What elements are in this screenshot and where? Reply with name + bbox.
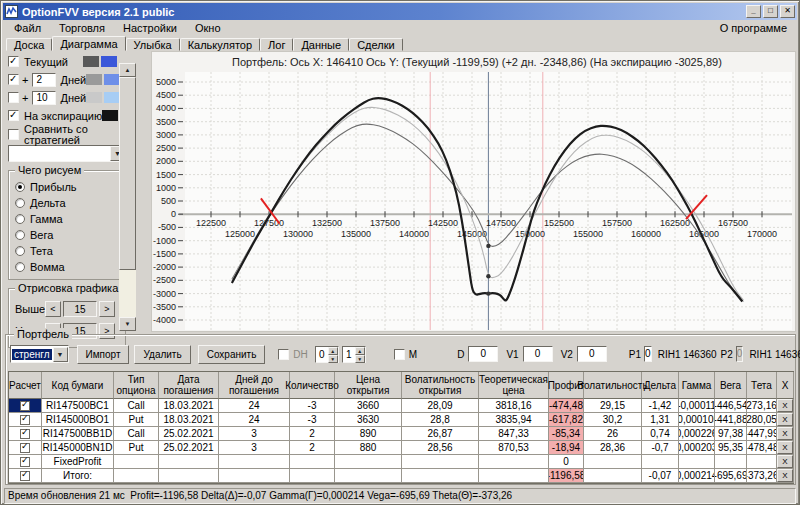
field-V1[interactable]: 0: [523, 346, 553, 362]
dh-spinner-1[interactable]: 0 ▲▼: [315, 346, 339, 363]
menu-item-0[interactable]: Файл: [5, 21, 50, 35]
minimize-button[interactable]: _: [746, 5, 761, 18]
row-calc-checkbox[interactable]: [20, 471, 30, 481]
cell-vol: 26: [584, 427, 642, 441]
dh-spinner-2[interactable]: 1 ▲▼: [342, 346, 366, 363]
delete-row-button[interactable]: X: [777, 427, 793, 440]
tab-0[interactable]: Доска: [6, 38, 52, 51]
color-swatch[interactable]: [86, 92, 102, 103]
column-header-14[interactable]: Тета: [747, 372, 777, 399]
scrollbar-thumb[interactable]: [119, 77, 136, 270]
delete-button[interactable]: Удалить: [134, 345, 190, 364]
spinner-arrows-icon[interactable]: ▲▼: [328, 347, 338, 362]
m-checkbox[interactable]: [394, 349, 405, 360]
radio-icon[interactable]: [15, 214, 25, 224]
days-input-1[interactable]: [32, 73, 56, 87]
profit-chart[interactable]: 5000450040003500300025002000150010005000…: [152, 52, 797, 333]
tab-1[interactable]: Диаграмма: [52, 36, 125, 51]
field-D[interactable]: 0: [468, 346, 498, 362]
tab-2[interactable]: Улыбка: [126, 38, 180, 51]
curve-checkbox-2[interactable]: [8, 92, 19, 103]
radio-icon[interactable]: [15, 198, 25, 208]
color-swatch[interactable]: [104, 92, 120, 103]
spinner-arrows-icon[interactable]: ▲▼: [355, 347, 365, 362]
column-header-4[interactable]: Дней до погашения: [219, 372, 290, 399]
column-header-0[interactable]: Расчет: [9, 372, 42, 399]
column-header-2[interactable]: Тип опциона: [114, 372, 159, 399]
column-header-13[interactable]: Вега: [715, 372, 747, 399]
strategy-dropdown[interactable]: стренгл ▼: [10, 345, 69, 363]
curve-row-2: +Дней: [8, 90, 117, 105]
save-button[interactable]: Сохранить: [198, 345, 266, 364]
delete-row-button[interactable]: X: [777, 413, 793, 426]
row-calc-checkbox[interactable]: [20, 401, 30, 411]
menu-item-about[interactable]: О программе: [712, 21, 795, 35]
curve-checkbox-1[interactable]: [8, 74, 19, 85]
radio-icon[interactable]: [15, 230, 25, 240]
tab-4[interactable]: Лог: [260, 38, 293, 51]
color-swatch[interactable]: [86, 74, 102, 85]
radio-icon[interactable]: [15, 246, 25, 256]
p1-field[interactable]: 0: [644, 346, 652, 362]
cell-days: 3: [219, 441, 290, 455]
column-header-3[interactable]: Дата погашения: [159, 372, 219, 399]
row-calc-checkbox[interactable]: [20, 443, 30, 453]
column-header-8[interactable]: Теоретическая цена: [479, 372, 549, 399]
column-header-10[interactable]: Волатильность: [584, 372, 642, 399]
range-above-increase-button[interactable]: >: [99, 301, 115, 317]
cell-calc[interactable]: [9, 469, 42, 483]
column-header-15[interactable]: X: [777, 372, 794, 399]
color-swatch[interactable]: [83, 56, 99, 67]
row-calc-checkbox[interactable]: [20, 457, 30, 467]
delete-row-button[interactable]: X: [777, 469, 793, 482]
strategy-compare-dropdown[interactable]: ▼: [8, 145, 126, 162]
tab-5[interactable]: Данные: [293, 38, 349, 51]
column-header-7[interactable]: Волатильность открытия: [402, 372, 479, 399]
column-header-5[interactable]: Количество: [290, 372, 335, 399]
scroll-down-icon[interactable]: ▼: [119, 317, 136, 331]
column-header-12[interactable]: Гамма: [679, 372, 715, 399]
column-header-1[interactable]: Код бумаги: [42, 372, 114, 399]
range-above-decrease-button[interactable]: <: [45, 301, 61, 317]
cell-calc[interactable]: [9, 455, 42, 469]
cell-calc[interactable]: [9, 399, 42, 413]
menu-item-2[interactable]: Настройки: [114, 21, 186, 35]
menu-item-1[interactable]: Торговля: [50, 21, 114, 35]
column-header-11[interactable]: Дельта: [642, 372, 679, 399]
radio-icon[interactable]: [15, 182, 25, 192]
maximize-button[interactable]: □: [763, 5, 778, 18]
row-calc-checkbox[interactable]: [20, 415, 30, 425]
dh-checkbox[interactable]: [278, 349, 289, 360]
radio-icon[interactable]: [15, 262, 25, 272]
color-swatch[interactable]: [104, 74, 120, 85]
delete-row-button[interactable]: X: [777, 455, 793, 468]
scroll-up-icon[interactable]: ▲: [119, 63, 136, 77]
chevron-down-icon[interactable]: ▼: [53, 347, 68, 362]
delete-row-button[interactable]: X: [777, 399, 793, 412]
field-V2[interactable]: 0: [577, 346, 607, 362]
tab-3[interactable]: Калькулятор: [180, 38, 260, 51]
column-header-6[interactable]: Цена открытия: [335, 372, 402, 399]
tab-6[interactable]: Сделки: [349, 38, 403, 51]
cell-delete: X: [777, 427, 794, 441]
left-panel-scrollbar[interactable]: ▲ ▼: [119, 63, 136, 331]
table-row: RI147500BB1DCall25.02.20213289026,87847,…: [9, 427, 793, 441]
table-row: RI145000BN1DPut25.02.20213288028,56870,5…: [9, 441, 793, 455]
color-swatch[interactable]: [101, 56, 117, 67]
cell-vega: -441,88: [715, 413, 747, 427]
cell-calc[interactable]: [9, 427, 42, 441]
cell-open_price: [335, 455, 402, 469]
curve-checkbox-3[interactable]: [8, 110, 19, 121]
row-calc-checkbox[interactable]: [20, 429, 30, 439]
cell-calc[interactable]: [9, 413, 42, 427]
close-button[interactable]: ✕: [780, 5, 795, 18]
days-input-2[interactable]: [32, 91, 56, 105]
compare-strategy-checkbox[interactable]: [8, 129, 19, 140]
cell-gamma: -0,00011: [679, 399, 715, 413]
curve-checkbox-0[interactable]: [8, 56, 19, 67]
cell-calc[interactable]: [9, 441, 42, 455]
delete-row-button[interactable]: X: [777, 441, 793, 454]
color-swatch[interactable]: [102, 110, 118, 121]
import-button[interactable]: Импорт: [77, 345, 130, 364]
menu-item-3[interactable]: Окно: [186, 21, 230, 35]
